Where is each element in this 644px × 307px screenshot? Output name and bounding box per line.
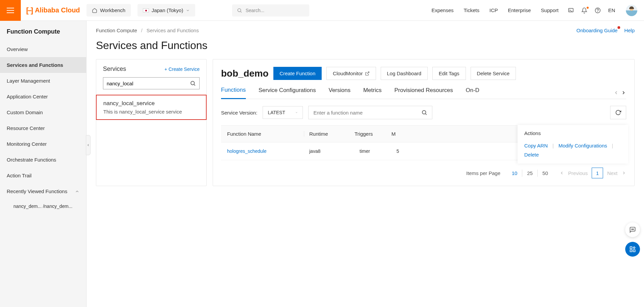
language-switch[interactable]: EN [608, 7, 615, 13]
search-icon [237, 8, 242, 13]
delete-service-button[interactable]: Delete Service [471, 67, 516, 80]
refresh-button[interactable] [610, 106, 626, 119]
col-function-name: Function Name [227, 131, 304, 137]
help-link[interactable]: Help [624, 28, 635, 33]
sidebar-item-recent[interactable]: Recently Viewed Functions [0, 183, 86, 199]
tab-service-configurations[interactable]: Service Configurations [259, 87, 316, 98]
page-title: Services and Functions [96, 39, 635, 52]
red-dot-icon [618, 26, 620, 29]
tab-functions[interactable]: Functions [221, 87, 246, 99]
svg-line-10 [426, 114, 427, 115]
action-copy-arn[interactable]: Copy ARN [524, 143, 548, 148]
help-icon[interactable] [595, 7, 601, 13]
sidebar-title: Function Compute [0, 21, 86, 41]
sidebar-item-overview[interactable]: Overview [0, 41, 86, 57]
apps-button[interactable] [625, 242, 640, 257]
chat-button[interactable] [625, 222, 640, 237]
edit-tags-button[interactable]: Edit Tags [432, 67, 466, 80]
chevron-right-icon[interactable] [622, 171, 626, 175]
sidebar-item-actiontrail[interactable]: Action Trail [0, 168, 86, 183]
chevron-down-icon [186, 8, 190, 12]
svg-point-9 [422, 111, 426, 114]
search-icon[interactable] [421, 109, 427, 116]
workbench-button[interactable]: Workbench [87, 4, 131, 16]
sidebar: Function Compute Overview Services and F… [0, 21, 87, 307]
breadcrumb-current: Services and Functions [147, 28, 199, 33]
actions-popover: Actions Copy ARN | Modify Configurations… [518, 125, 628, 164]
logo-text: Alibaba Cloud [35, 6, 80, 14]
bell-icon[interactable] [581, 7, 587, 13]
tabs-scroll-right[interactable] [621, 90, 626, 95]
page-size-25[interactable]: 25 [522, 170, 538, 177]
cloudmonitor-button[interactable]: CloudMonitor [326, 67, 376, 80]
nav-icp[interactable]: ICP [489, 7, 498, 13]
avatar[interactable] [626, 5, 637, 16]
sidebar-item-monitoring[interactable]: Monitoring Center [0, 136, 86, 152]
function-search[interactable] [308, 106, 432, 119]
action-delete[interactable]: Delete [524, 152, 539, 158]
sidebar-item-resource[interactable]: Resource Center [0, 120, 86, 136]
create-service-link[interactable]: + Create Service [164, 67, 200, 72]
tabs-scroll-left[interactable] [613, 90, 619, 95]
svg-rect-16 [630, 250, 632, 252]
svg-point-6 [191, 81, 195, 85]
service-item-name: nancy_local_service [103, 100, 199, 107]
breadcrumb: Function Compute / Services and Function… [96, 28, 635, 33]
version-select[interactable]: LATEST [263, 106, 303, 119]
sidebar-item-services[interactable]: Services and Functions [0, 57, 86, 73]
sidebar-item-appcenter[interactable]: Application Center [0, 89, 86, 104]
hamburger-menu[interactable] [0, 0, 21, 21]
main-content: Function Compute / Services and Function… [87, 21, 644, 307]
version-label: Service Version: [221, 110, 257, 116]
function-search-input[interactable] [313, 110, 418, 116]
cell-memory: 5 [396, 148, 415, 154]
breadcrumb-root[interactable]: Function Compute [96, 28, 137, 33]
svg-rect-15 [633, 250, 635, 252]
page-size-10[interactable]: 10 [507, 170, 523, 177]
pager-next[interactable]: Next [607, 170, 618, 176]
sidebar-item-domain[interactable]: Custom Domain [0, 104, 86, 120]
col-memory: M [391, 131, 410, 137]
sidebar-collapse[interactable] [86, 135, 91, 155]
create-function-button[interactable]: Create Function [273, 67, 322, 80]
services-search[interactable] [103, 77, 200, 89]
tab-provisioned[interactable]: Provisioned Resources [394, 87, 453, 98]
current-service-name: bob_demo [221, 68, 269, 79]
service-item-highlighted[interactable]: nancy_local_service This is nancy_local_… [96, 95, 207, 120]
pager-page-1[interactable]: 1 [592, 168, 603, 178]
logo[interactable]: [–] Alibaba Cloud [26, 6, 80, 15]
chevron-left-icon[interactable] [559, 171, 564, 175]
tab-on-demand[interactable]: On-D [466, 87, 480, 98]
cell-function-name[interactable]: hologres_schedule [227, 148, 309, 154]
page-size-50[interactable]: 50 [538, 170, 553, 177]
nav-support[interactable]: Support [541, 7, 559, 13]
onboarding-link[interactable]: Onboarding Guide [577, 28, 618, 33]
region-selector[interactable]: Japan (Tokyo) [138, 4, 195, 16]
logo-icon: [–] [26, 6, 32, 15]
pager-previous[interactable]: Previous [568, 170, 588, 176]
search-icon[interactable] [190, 80, 196, 86]
service-item-desc: This is nancy_local_service service [103, 109, 199, 115]
actions-heading: Actions [524, 130, 622, 136]
col-runtime: Runtime [304, 131, 355, 137]
terminal-icon[interactable] [568, 7, 574, 13]
svg-rect-14 [630, 247, 632, 249]
log-dashboard-button[interactable]: Log Dashboard [381, 67, 428, 80]
refresh-icon [615, 109, 621, 116]
nav-expenses[interactable]: Expenses [431, 7, 453, 13]
action-modify[interactable]: Modify Configurations [558, 143, 607, 148]
sidebar-item-layer[interactable]: Layer Management [0, 73, 86, 89]
cell-triggers: timer [360, 148, 396, 154]
tab-versions[interactable]: Versions [329, 87, 351, 98]
chevron-down-icon [295, 110, 298, 115]
nav-enterprise[interactable]: Enterprise [508, 7, 531, 13]
tab-metrics[interactable]: Metrics [363, 87, 382, 98]
floating-buttons [625, 222, 640, 257]
services-search-input[interactable] [107, 81, 190, 86]
nav-tickets[interactable]: Tickets [464, 7, 479, 13]
sidebar-item-orchestrate[interactable]: Orchestrate Functions [0, 152, 86, 168]
global-search[interactable]: Search... [232, 4, 309, 16]
svg-point-12 [632, 229, 633, 230]
sidebar-recent-item[interactable]: nancy_dem... /nancy_dem... [0, 199, 86, 213]
top-icons: EN [568, 5, 637, 16]
